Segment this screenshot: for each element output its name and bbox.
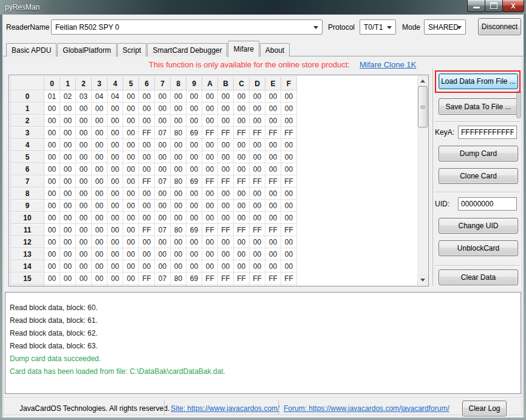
- grid-cell[interactable]: 00: [123, 139, 139, 151]
- grid-cell[interactable]: 00: [92, 103, 108, 115]
- grid-cell[interactable]: 04: [108, 90, 123, 103]
- grid-cell[interactable]: 00: [155, 188, 171, 200]
- grid-cell[interactable]: FF: [250, 224, 265, 236]
- grid-cell[interactable]: 00: [76, 115, 92, 127]
- grid-cell[interactable]: 00: [76, 248, 92, 260]
- grid-cell[interactable]: 00: [250, 151, 265, 163]
- grid-cell[interactable]: 00: [108, 248, 123, 260]
- grid-cell[interactable]: 00: [250, 163, 265, 175]
- grid-cell[interactable]: 03: [76, 90, 92, 103]
- grid-cell[interactable]: 00: [186, 151, 202, 163]
- grid-cell[interactable]: 80: [171, 273, 186, 285]
- grid-cell[interactable]: 00: [218, 200, 234, 212]
- grid-cell[interactable]: 00: [265, 115, 281, 127]
- grid-cell[interactable]: 00: [171, 103, 186, 115]
- grid-cell[interactable]: 80: [171, 127, 186, 139]
- grid-cell[interactable]: FF: [218, 224, 234, 236]
- grid-cell[interactable]: 00: [202, 188, 218, 200]
- grid-cell[interactable]: FF: [234, 224, 250, 236]
- grid-cell[interactable]: 00: [265, 285, 281, 287]
- grid-cell[interactable]: 00: [92, 163, 108, 175]
- grid-cell[interactable]: 00: [265, 260, 281, 273]
- disconnect-button[interactable]: Disconnect: [478, 18, 521, 35]
- grid-cell[interactable]: 00: [202, 260, 218, 273]
- grid-cell[interactable]: 00: [234, 188, 250, 200]
- grid-cell[interactable]: 00: [44, 260, 60, 273]
- grid-cell[interactable]: 00: [108, 127, 123, 139]
- grid-cell[interactable]: 00: [76, 151, 92, 163]
- forum-link[interactable]: Forum: https://www.javacardos.com/javaca…: [284, 404, 449, 413]
- grid-cell[interactable]: 00: [44, 248, 60, 260]
- grid-cell[interactable]: 00: [44, 224, 60, 236]
- grid-cell[interactable]: 00: [155, 163, 171, 175]
- dump-card-button[interactable]: Dump Card: [439, 146, 518, 161]
- grid-cell[interactable]: 00: [218, 90, 234, 103]
- grid-cell[interactable]: 00: [60, 163, 76, 175]
- grid-cell[interactable]: 00: [234, 151, 250, 163]
- grid-cell[interactable]: 00: [139, 236, 155, 248]
- grid-cell[interactable]: 00: [60, 248, 76, 260]
- grid-cell[interactable]: 00: [108, 103, 123, 115]
- grid-cell[interactable]: 00: [92, 236, 108, 248]
- grid-cell[interactable]: 00: [44, 273, 60, 285]
- grid-cell[interactable]: 00: [234, 285, 250, 287]
- grid-cell[interactable]: 00: [60, 103, 76, 115]
- log-view[interactable]: Read block data, block: 60.Read block da…: [5, 292, 521, 394]
- grid-cell[interactable]: 00: [92, 139, 108, 151]
- mifare-clone-link[interactable]: Mifare Clone 1K: [360, 60, 416, 69]
- grid-cell[interactable]: 00: [139, 188, 155, 200]
- site-link[interactable]: Site: https://www.javacardos.com/: [171, 404, 279, 413]
- grid-cell[interactable]: 00: [123, 151, 139, 163]
- grid-cell[interactable]: 00: [108, 285, 123, 287]
- grid-cell[interactable]: 00: [171, 212, 186, 224]
- grid-cell[interactable]: 00: [123, 90, 139, 103]
- grid-cell[interactable]: 00: [202, 285, 218, 287]
- grid-cell[interactable]: 00: [139, 163, 155, 175]
- grid-cell[interactable]: 00: [218, 188, 234, 200]
- grid-cell[interactable]: 00: [92, 212, 108, 224]
- grid-cell[interactable]: 00: [92, 115, 108, 127]
- grid-cell[interactable]: 69: [186, 273, 202, 285]
- grid-cell[interactable]: 00: [202, 115, 218, 127]
- grid-cell[interactable]: 00: [60, 151, 76, 163]
- grid-cell[interactable]: 00: [60, 175, 76, 188]
- grid-cell[interactable]: 00: [155, 200, 171, 212]
- grid-cell[interactable]: 00: [139, 212, 155, 224]
- save-data-button[interactable]: Save Data To File ...: [439, 98, 518, 115]
- grid-cell[interactable]: FF: [234, 127, 250, 139]
- grid-cell[interactable]: 00: [234, 163, 250, 175]
- grid-cell[interactable]: 00: [202, 139, 218, 151]
- grid-cell[interactable]: 00: [60, 127, 76, 139]
- grid-cell[interactable]: 00: [60, 115, 76, 127]
- grid-cell[interactable]: FF: [265, 224, 281, 236]
- grid-cell[interactable]: FF: [139, 224, 155, 236]
- title-bar[interactable]: pyResMan X: [0, 0, 526, 15]
- grid-cell[interactable]: 00: [202, 90, 218, 103]
- grid-cell[interactable]: 00: [76, 175, 92, 188]
- grid-cell[interactable]: FF: [265, 127, 281, 139]
- grid-cell[interactable]: 00: [281, 103, 297, 115]
- grid-cell[interactable]: 00: [281, 151, 297, 163]
- grid-cell[interactable]: FF: [139, 175, 155, 188]
- change-uid-button[interactable]: Change UID: [439, 218, 518, 234]
- grid-cell[interactable]: 00: [155, 151, 171, 163]
- grid-cell[interactable]: 00: [123, 212, 139, 224]
- grid-cell[interactable]: FF: [234, 175, 250, 188]
- grid-cell[interactable]: 00: [139, 90, 155, 103]
- grid-cell[interactable]: 00: [139, 200, 155, 212]
- grid-cell[interactable]: 00: [44, 103, 60, 115]
- grid-cell[interactable]: 00: [76, 224, 92, 236]
- grid-cell[interactable]: 00: [155, 212, 171, 224]
- grid-cell[interactable]: 00: [250, 200, 265, 212]
- grid-cell[interactable]: 00: [108, 151, 123, 163]
- grid-cell[interactable]: 00: [218, 163, 234, 175]
- grid-cell[interactable]: FF: [202, 127, 218, 139]
- grid-cell[interactable]: 00: [76, 212, 92, 224]
- grid-cell[interactable]: 00: [202, 151, 218, 163]
- grid-cell[interactable]: 00: [234, 115, 250, 127]
- grid-cell[interactable]: 00: [186, 260, 202, 273]
- grid-cell[interactable]: 00: [281, 285, 297, 287]
- maximize-button[interactable]: [485, 0, 503, 12]
- tab-smartcard-debugger[interactable]: SmartCard Debugger: [147, 43, 227, 56]
- grid-cell[interactable]: 00: [92, 127, 108, 139]
